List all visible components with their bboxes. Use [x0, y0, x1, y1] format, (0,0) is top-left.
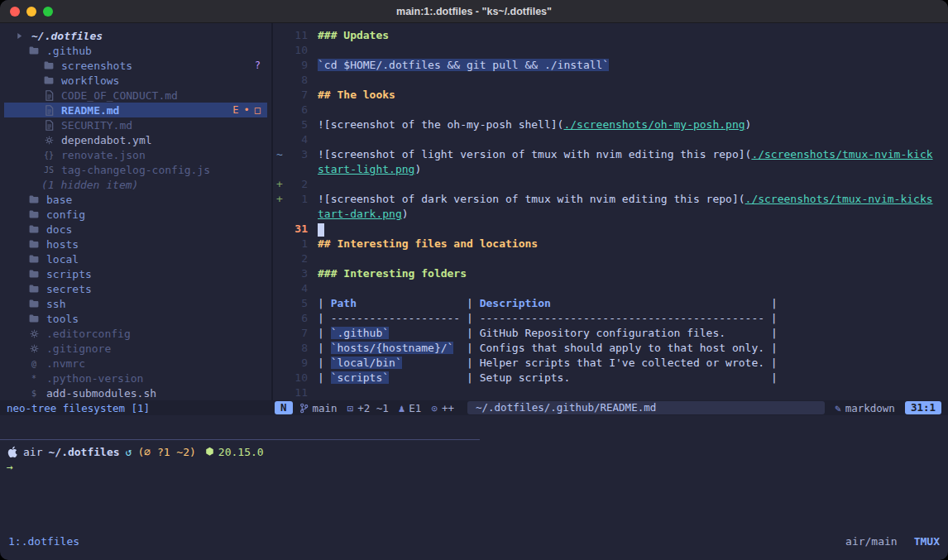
- tree-item-hosts[interactable]: hosts: [4, 237, 267, 251]
- editor-line[interactable]: 3### Interesting folders: [273, 266, 948, 281]
- minimize-button[interactable]: [26, 7, 36, 17]
- editor-pane[interactable]: 11### Updates 10 9`cd $HOME/.dotfiles &&…: [273, 23, 948, 400]
- tree-item-label: scripts: [46, 268, 92, 280]
- tree-item-label: ~/.dotfiles: [31, 30, 103, 42]
- file-tree: ~/.dotfiles.githubscreenshots?workflowsC…: [0, 28, 271, 400]
- markdown-icon: ✎: [835, 402, 841, 414]
- tree-item-scripts[interactable]: scripts: [4, 266, 267, 281]
- tree-item-secrets[interactable]: secrets: [4, 281, 267, 296]
- editor-line[interactable]: 10| `scripts` | Setup scripts. |: [273, 371, 948, 385]
- text-segment: ### Interesting folders: [318, 267, 467, 280]
- line-number: 1: [286, 192, 308, 207]
- prompt-arrow[interactable]: →: [7, 461, 13, 473]
- tree-item-code-of-conduct-md[interactable]: CODE_OF_CONDUCT.md: [4, 88, 267, 103]
- tree-item-editorconfig[interactable]: .editorconfig: [4, 326, 267, 341]
- editor-line[interactable]: start-light.png): [273, 162, 948, 177]
- zoom-button[interactable]: [43, 7, 53, 17]
- editor-line[interactable]: 4: [273, 281, 948, 296]
- tree-item-docs[interactable]: docs: [4, 222, 267, 237]
- editor-line[interactable]: 11: [273, 385, 948, 400]
- tree-item-tools[interactable]: tools: [4, 311, 267, 326]
- tree-item-label: .gitignore: [46, 342, 111, 355]
- line-text: | -------------------- | ---------------…: [318, 311, 778, 326]
- tree-item-gitignore[interactable]: .gitignore: [4, 341, 267, 356]
- folder-icon: [26, 225, 41, 233]
- tree-item-label: ssh: [46, 298, 65, 310]
- editor-line[interactable]: 11### Updates: [273, 28, 948, 43]
- shell-prompt[interactable]: air ~/.dotfiles ↺ (⌀ ?1 ~2) 20.15.0: [7, 444, 264, 459]
- editor-line[interactable]: 1## Interesting files and locations: [273, 237, 948, 251]
- git-branch-label: main: [313, 402, 338, 414]
- editor-line[interactable]: +1![screenshot of dark version of tmux w…: [273, 192, 948, 207]
- folder-icon: [26, 314, 41, 323]
- folder-icon: [26, 299, 41, 308]
- editor-line[interactable]: 5![screenshot of the oh-my-posh shell](.…: [273, 117, 948, 132]
- tree-item-base[interactable]: base: [4, 192, 267, 207]
- tree-item-screenshots[interactable]: screenshots?: [4, 58, 267, 73]
- traffic-lights: [10, 7, 53, 17]
- tree-item-tag-changelog-config-js[interactable]: JStag-changelog-config.js: [4, 162, 267, 177]
- editor-line[interactable]: 31: [273, 222, 948, 237]
- close-button[interactable]: [10, 7, 20, 17]
- tree-item-readme-md[interactable]: README.mdE•□: [4, 103, 267, 117]
- tree-item-add-submodules-sh[interactable]: $add-submodules.sh: [4, 385, 267, 400]
- text-segment: |: [318, 357, 331, 369]
- gear-icon: [26, 329, 41, 338]
- text-segment: |: [318, 371, 331, 384]
- text-cursor: [318, 223, 324, 237]
- editor-line[interactable]: ~3![screenshot of light version of tmux …: [273, 147, 948, 162]
- error-badge: E: [232, 104, 238, 116]
- text-segment: | Configs that should apply to that host…: [453, 342, 777, 354]
- line-number: 7: [286, 88, 308, 103]
- editor-line[interactable]: 10: [273, 43, 948, 58]
- editor-line[interactable]: 6: [273, 103, 948, 117]
- editor-line[interactable]: 9`cd $HOME/.dotfiles && git pull && ./in…: [273, 58, 948, 73]
- prompt-host: air: [23, 446, 42, 458]
- tree-item-renovate-json[interactable]: {}renovate.json: [4, 147, 267, 162]
- editor-line[interactable]: 2: [273, 251, 948, 266]
- tree-item-nvmrc[interactable]: @.nvmrc: [4, 356, 267, 371]
- node-icon: [205, 447, 214, 457]
- tree-item-label: renovate.json: [61, 149, 146, 161]
- shell-script-icon: $: [26, 389, 41, 398]
- tree-item-local[interactable]: local: [4, 251, 267, 266]
- editor-line[interactable]: 6| -------------------- | --------------…: [273, 311, 948, 326]
- text-segment: `cd $HOME/.dotfiles && git pull && ./ins…: [318, 59, 609, 71]
- line-number: 3: [286, 266, 308, 281]
- text-segment: Path: [331, 297, 357, 309]
- tree-item-dependabot-yml[interactable]: dependabot.yml: [4, 132, 267, 147]
- text-segment: | Setup scripts. |: [389, 371, 778, 384]
- line-number: 6: [286, 311, 308, 326]
- tree-item-config[interactable]: config: [4, 207, 267, 222]
- editor-line[interactable]: 4: [273, 132, 948, 147]
- editor-line[interactable]: +2: [273, 177, 948, 192]
- editor-line[interactable]: 8| `hosts/{hostname}/` | Configs that sh…: [273, 341, 948, 356]
- tree-item-1-hidden-item[interactable]: (1 hidden item): [4, 177, 267, 192]
- line-number: [286, 162, 308, 177]
- line-number: 7: [286, 326, 308, 341]
- tree-item-label: .python-version: [46, 372, 143, 385]
- editor-line[interactable]: 9| `local/bin` | Helper scripts that I'v…: [273, 356, 948, 371]
- tmux-window-label[interactable]: 1:.dotfiles: [8, 535, 79, 548]
- editor-line[interactable]: 7| `.github` | GitHub Repository configu…: [273, 326, 948, 341]
- tree-item-dotfiles[interactable]: ~/.dotfiles: [4, 28, 267, 43]
- tmux-pane-divider[interactable]: [0, 439, 480, 440]
- editor-line[interactable]: tart-dark.png): [273, 207, 948, 222]
- line-number: [286, 207, 308, 222]
- tree-item-ssh[interactable]: ssh: [4, 296, 267, 311]
- gutter-sign: [273, 311, 286, 326]
- tree-item-workflows[interactable]: workflows: [4, 73, 267, 88]
- editor-line[interactable]: 7## The looks: [273, 88, 948, 103]
- text-segment: `hosts/{hostname}/`: [331, 342, 454, 354]
- editor-line[interactable]: 8: [273, 73, 948, 88]
- tree-item-security-md[interactable]: SECURITY.md: [4, 117, 267, 132]
- text-segment: ![screenshot of dark version of tmux wit…: [318, 193, 745, 205]
- gutter-sign: [273, 162, 286, 177]
- tree-item-label: .editorconfig: [46, 328, 131, 340]
- tree-item-label: local: [46, 253, 79, 266]
- tree-item-python-version[interactable]: *.python-version: [4, 371, 267, 385]
- markdown-link: ./screenshots/tmux-nvim-kick: [751, 148, 932, 160]
- gutter-sign: [273, 28, 286, 43]
- tree-item-github[interactable]: .github: [4, 43, 267, 58]
- editor-line[interactable]: 5| Path | Description |: [273, 296, 948, 311]
